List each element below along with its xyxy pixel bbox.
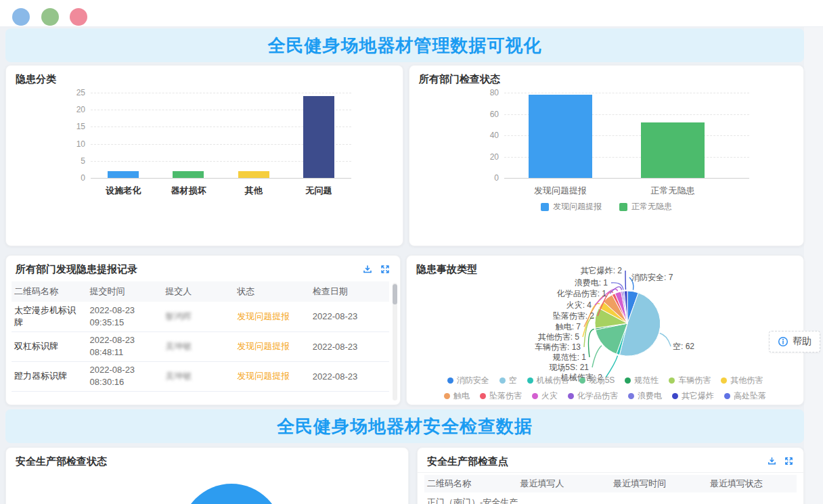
check-date-cell: 2022-08-23 — [310, 302, 389, 331]
expand-icon[interactable] — [784, 456, 794, 466]
legend-label: 其它爆炸 — [682, 390, 714, 402]
main-banner: 全民健身场地器材管理数据可视化 — [5, 28, 804, 62]
pie-label-消防安全: 消防安全: 7 — [631, 272, 673, 283]
y-tick-label: 15 — [6, 122, 85, 131]
legend-label: 车辆伤害 — [678, 375, 711, 386]
check-date-cell: 2022-08-23 — [310, 331, 389, 361]
points-table-row: 正门（南门）-安全生产 — [424, 495, 797, 504]
legend-item-其它爆炸[interactable]: 其它爆炸 — [672, 390, 714, 402]
legend-label: 触电 — [453, 390, 470, 402]
legend-item-火灾[interactable]: 火灾 — [532, 390, 558, 402]
download-icon[interactable] — [767, 456, 777, 466]
submitter-cell: 吴坤敏 — [162, 331, 234, 361]
help-button[interactable]: 帮助 — [769, 331, 820, 352]
legend-label: 现场5S — [589, 375, 615, 386]
legend-item-化学品伤害[interactable]: 化学品伤害 — [568, 390, 618, 402]
window-control-red-dot[interactable] — [70, 8, 87, 26]
legend-dot — [499, 377, 506, 384]
check-date-cell: 2022-08-23 — [310, 361, 389, 391]
y-tick-label: 0 — [6, 173, 85, 183]
help-label: 帮助 — [793, 336, 811, 348]
legend-label: 正常无隐患 — [631, 201, 672, 212]
y-tick-label: 25 — [6, 88, 85, 97]
second-banner: 全民健身场地器材安全检查数据 — [5, 409, 804, 443]
legend-swatch — [541, 203, 549, 211]
page-title: 全民健身场地器材管理数据可视化 — [268, 34, 542, 58]
legend-label: 高处坠落 — [734, 390, 766, 402]
legend-item-规范性[interactable]: 规范性 — [625, 375, 659, 386]
legend-item-高处坠落[interactable]: 高处坠落 — [724, 390, 766, 402]
x-axis-label: 正常无隐患 — [625, 185, 720, 197]
panel-title: 所有部门发现隐患提报记录 — [16, 263, 137, 276]
pie-leader-line — [660, 334, 671, 347]
expand-icon[interactable] — [380, 264, 391, 275]
scrollbar-thumb[interactable] — [393, 284, 397, 304]
panel-hazard-types: 隐患事故类型 消防安全: 7空: 62机械伤害: 2现场5S: 21规范性: 1… — [406, 255, 804, 405]
legend-item-其他伤害[interactable]: 其他伤害 — [721, 375, 763, 386]
panel-safety-points: 安全生产部检查点 二维码名称最近填写人最近填写时间最近填写状态 正门（南门）-安… — [417, 447, 804, 504]
gridline — [91, 93, 351, 93]
legend-item-浪费电[interactable]: 浪费电 — [628, 390, 662, 402]
chart-legend: 发现问题提报正常无隐患 — [409, 201, 803, 212]
y-tick-label: 5 — [6, 156, 85, 166]
pie-leader-line — [592, 346, 602, 367]
y-tick-label: 80 — [409, 88, 499, 97]
y-tick-label: 60 — [409, 110, 499, 119]
x-axis-line — [91, 178, 351, 179]
legend-dot — [447, 377, 453, 384]
panel-safety-status: 安全生产部检查状态 — [5, 447, 409, 504]
qr-name-cell: 太空漫步机标识牌 — [12, 302, 87, 331]
legend-item-坠落伤害[interactable]: 坠落伤害 — [480, 390, 522, 402]
table-row: 太空漫步机标识牌2022-08-2309:35:15黎鸿晖发现问题提报2022-… — [12, 302, 389, 331]
panel-hazard-records: 所有部门发现隐患提报记录 二维码名称提交时间提交人状态检查日期 太空漫步机标识牌… — [5, 255, 401, 405]
column-header: 二维码名称 — [424, 478, 518, 490]
legend-label: 火灾 — [541, 390, 558, 402]
column-header: 检查日期 — [310, 281, 389, 302]
bar-设施老化 — [108, 171, 139, 178]
column-header: 状态 — [234, 281, 310, 302]
pie-label-空: 空: 62 — [673, 341, 694, 352]
status-cell: 发现问题提报 — [234, 331, 310, 361]
legend-item-车辆伤害[interactable]: 车辆伤害 — [669, 375, 711, 386]
legend-item-现场5S[interactable]: 现场5S — [579, 375, 615, 386]
bar-无问题 — [303, 96, 334, 178]
column-header: 二维码名称 — [12, 281, 87, 302]
window-titlebar — [0, 0, 823, 27]
legend-item-触电[interactable]: 触电 — [444, 390, 470, 402]
qr-name-cell: 正门（南门）-安全生产 — [424, 495, 518, 504]
status-cell: 发现问题提报 — [234, 361, 310, 391]
qr-name-cell: 双杠标识牌 — [12, 331, 87, 361]
legend-item-机械伤害[interactable]: 机械伤害 — [527, 375, 569, 386]
legend-item-发现问题提报[interactable]: 发现问题提报 — [541, 201, 602, 212]
table-scrollbar[interactable] — [393, 283, 397, 400]
window-control-green-dot[interactable] — [41, 8, 59, 26]
legend-item-消防安全[interactable]: 消防安全 — [447, 375, 489, 386]
download-icon[interactable] — [362, 264, 373, 275]
legend-label: 化学品伤害 — [577, 390, 618, 402]
legend-item-正常无隐患[interactable]: 正常无隐患 — [619, 201, 672, 212]
column-header: 最近填写人 — [518, 478, 611, 490]
divider — [418, 472, 803, 473]
legend-item-空[interactable]: 空 — [499, 375, 517, 386]
panel-title: 安全生产部检查状态 — [16, 455, 107, 468]
legend-label: 机械伤害 — [537, 375, 569, 386]
legend-dot — [628, 393, 634, 399]
points-table-header: 二维码名称最近填写人最近填写时间最近填写状态 — [424, 475, 797, 492]
legend-label: 消防安全 — [457, 375, 489, 386]
y-tick-label: 0 — [409, 173, 499, 183]
pie-legend-row-1: 消防安全空机械伤害现场5S规范性车辆伤害其他伤害 — [407, 375, 803, 386]
submitter-cell: 吴坤敏 — [162, 361, 234, 391]
page-scroll-gutter[interactable] — [804, 27, 823, 504]
submit-time-cell: 2022-08-2309:35:15 — [87, 302, 163, 331]
legend-dot — [579, 377, 585, 384]
pie-label-化学品伤害: 化学品伤害: 1 — [557, 288, 606, 300]
pie-leader-line — [625, 271, 626, 290]
hazard-category-bar-chart: 0510152025设施老化器材损坏其他无问题 — [6, 66, 403, 246]
window-control-blue-dot[interactable] — [12, 8, 30, 26]
legend-label: 浪费电 — [638, 390, 662, 402]
legend-label: 空 — [509, 375, 517, 386]
y-tick-label: 40 — [409, 131, 499, 140]
info-circle-icon — [778, 336, 788, 347]
section-title: 全民健身场地器材安全检查数据 — [277, 415, 533, 438]
qr-name-cell: 蹬力器标识牌 — [12, 361, 87, 391]
